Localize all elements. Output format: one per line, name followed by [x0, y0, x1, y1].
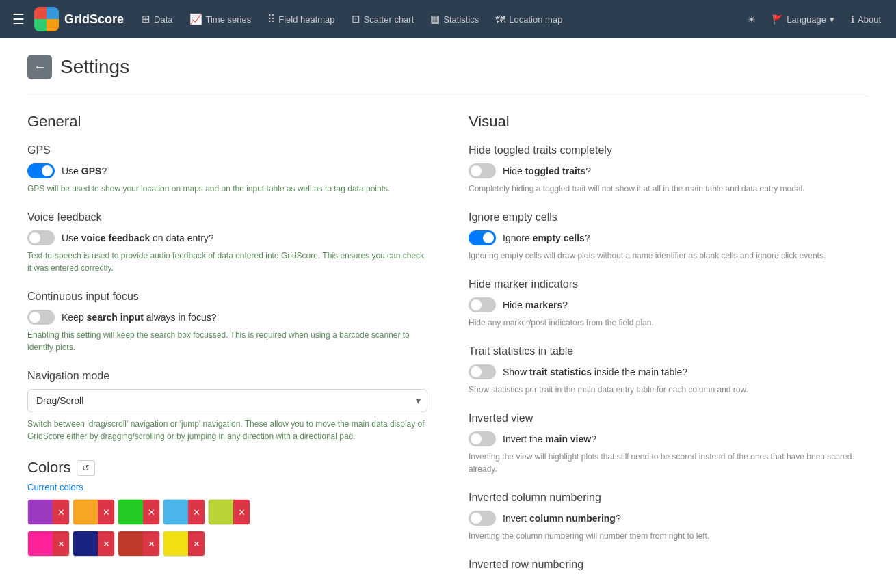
refresh-colors-button[interactable]: ↺ [77, 460, 95, 476]
chip-color-swatch[interactable] [28, 500, 53, 524]
hide-markers-toggle-label: Hide markers? [503, 299, 568, 310]
chip-color-swatch[interactable] [28, 531, 53, 556]
back-button[interactable]: ← [27, 55, 52, 79]
nav-field-heatmap[interactable]: ⠿ Field heatmap [261, 9, 341, 29]
field-heatmap-icon: ⠿ [267, 13, 275, 25]
theme-button[interactable]: ☀ [741, 10, 763, 29]
trait-statistics-toggle[interactable] [469, 364, 496, 379]
gps-description: GPS will be used to show your location o… [27, 183, 427, 195]
chip-color-swatch[interactable] [73, 500, 98, 524]
inverted-column-label: Inverted column numbering [469, 492, 869, 504]
color-chip: ✕ [118, 499, 160, 525]
hide-markers-toggle[interactable] [469, 297, 496, 312]
inverted-view-description: Inverting the view will highlight plots … [469, 451, 869, 475]
hide-toggled-traits-toggle[interactable] [469, 163, 496, 178]
logo [34, 7, 59, 31]
ignore-empty-cells-label: Ignore empty cells [469, 211, 869, 224]
navigation-mode-select[interactable]: Drag/Scroll Jump [27, 389, 427, 412]
navigation-mode-label: Navigation mode [27, 370, 427, 382]
general-section-title: General [27, 113, 427, 131]
continuous-input-setting-group: Continuous input focus Keep search input… [27, 291, 427, 353]
chip-color-swatch[interactable] [118, 500, 143, 524]
statistics-icon: ▦ [430, 13, 440, 25]
ignore-empty-cells-toggle[interactable] [469, 230, 496, 245]
hamburger-icon: ☰ [12, 11, 25, 27]
chip-remove-button[interactable]: ✕ [98, 500, 114, 524]
hide-markers-toggle-row: Hide markers? [469, 297, 869, 312]
hide-markers-label: Hide marker indicators [469, 278, 869, 291]
chip-color-swatch[interactable] [73, 531, 98, 556]
chip-remove-button[interactable]: ✕ [143, 531, 159, 556]
colors-header: Colors ↺ [27, 459, 427, 477]
voice-feedback-slider [27, 230, 55, 245]
chip-remove-button[interactable]: ✕ [98, 531, 114, 556]
chip-color-swatch[interactable] [163, 531, 188, 556]
theme-icon: ☀ [748, 14, 756, 25]
trait-statistics-toggle-row: Show trait statistics inside the main ta… [469, 364, 869, 379]
continuous-input-toggle-row: Keep search input always in focus? [27, 310, 427, 325]
inverted-column-toggle-label: Invert column numbering? [503, 513, 621, 524]
data-icon: ⊞ [142, 13, 150, 25]
ignore-empty-cells-slider [469, 230, 496, 245]
chip-remove-button[interactable]: ✕ [53, 500, 69, 524]
hide-markers-setting-group: Hide marker indicators Hide markers? Hid… [469, 278, 869, 329]
color-chip: ✕ [73, 531, 115, 557]
continuous-input-slider [27, 310, 55, 325]
language-button[interactable]: 🚩 Language ▾ [765, 10, 841, 29]
color-chips-container: ✕✕✕✕✕✕✕✕✕ [27, 499, 427, 559]
gps-toggle[interactable] [27, 163, 55, 178]
nav-data[interactable]: ⊞ Data [135, 9, 179, 29]
language-icon: 🚩 [772, 14, 783, 25]
color-chip: ✕ [163, 499, 205, 525]
chip-remove-button[interactable]: ✕ [143, 500, 159, 524]
nav-time-series[interactable]: 📈 Time series [183, 9, 259, 29]
trait-statistics-description: Show statistics per trait in the main da… [469, 384, 869, 396]
voice-feedback-toggle[interactable] [27, 230, 55, 245]
settings-grid: General GPS Use GPS? GPS will be used to… [27, 113, 869, 587]
color-chip: ✕ [27, 531, 70, 557]
header-divider [27, 96, 869, 96]
main-content: ← Settings General GPS Use GPS? [0, 38, 896, 588]
chip-color-swatch[interactable] [163, 500, 188, 524]
brand-title: GridScore [64, 12, 124, 27]
colors-title: Colors [27, 459, 71, 477]
inverted-view-toggle[interactable] [469, 431, 496, 446]
right-column: Visual Hide toggled traits completely Hi… [469, 113, 869, 587]
brand: GridScore [34, 7, 124, 31]
trait-statistics-toggle-label: Show trait statistics inside the main ta… [503, 366, 687, 377]
refresh-icon: ↺ [82, 463, 90, 473]
navigation-mode-description: Switch between 'drag/scroll' navigation … [27, 418, 427, 442]
inverted-column-toggle-row: Invert column numbering? [469, 511, 869, 526]
voice-feedback-toggle-row: Use voice feedback on data entry? [27, 230, 427, 245]
trait-statistics-setting-group: Trait statistics in table Show trait sta… [469, 345, 869, 396]
page-title: Settings [60, 56, 129, 78]
nav-statistics[interactable]: ▦ Statistics [423, 9, 486, 29]
chip-color-swatch[interactable] [118, 531, 143, 556]
color-chip: ✕ [73, 499, 115, 525]
nav-scatter-chart[interactable]: ⊡ Scatter chart [345, 9, 421, 29]
navigation-mode-setting-group: Navigation mode Drag/Scroll Jump ▾ Switc… [27, 370, 427, 442]
chip-remove-button[interactable]: ✕ [188, 500, 205, 524]
chip-remove-button[interactable]: ✕ [188, 531, 205, 556]
gps-toggle-row: Use GPS? [27, 163, 427, 178]
back-arrow-icon: ← [34, 60, 46, 75]
color-chip: ✕ [118, 531, 160, 557]
inverted-view-toggle-label: Invert the main view? [503, 433, 596, 444]
inverted-column-slider [469, 511, 496, 526]
inverted-view-slider [469, 431, 496, 446]
inverted-view-label: Inverted view [469, 412, 869, 425]
ignore-empty-cells-toggle-label: Ignore empty cells? [503, 232, 590, 243]
scatter-chart-icon: ⊡ [352, 13, 360, 25]
inverted-view-setting-group: Inverted view Invert the main view? Inve… [469, 412, 869, 475]
hamburger-button[interactable]: ☰ [8, 7, 29, 31]
chip-color-swatch[interactable] [209, 500, 233, 524]
chip-remove-button[interactable]: ✕ [53, 531, 69, 556]
nav-location-map[interactable]: 🗺 Location map [488, 10, 569, 29]
chip-remove-button[interactable]: ✕ [233, 500, 250, 524]
gps-label: GPS [27, 144, 427, 157]
color-chip: ✕ [163, 531, 205, 557]
inverted-column-toggle[interactable] [469, 511, 496, 526]
trait-statistics-label: Trait statistics in table [469, 345, 869, 358]
continuous-input-toggle[interactable] [27, 310, 55, 325]
about-button[interactable]: ℹ About [844, 10, 888, 29]
